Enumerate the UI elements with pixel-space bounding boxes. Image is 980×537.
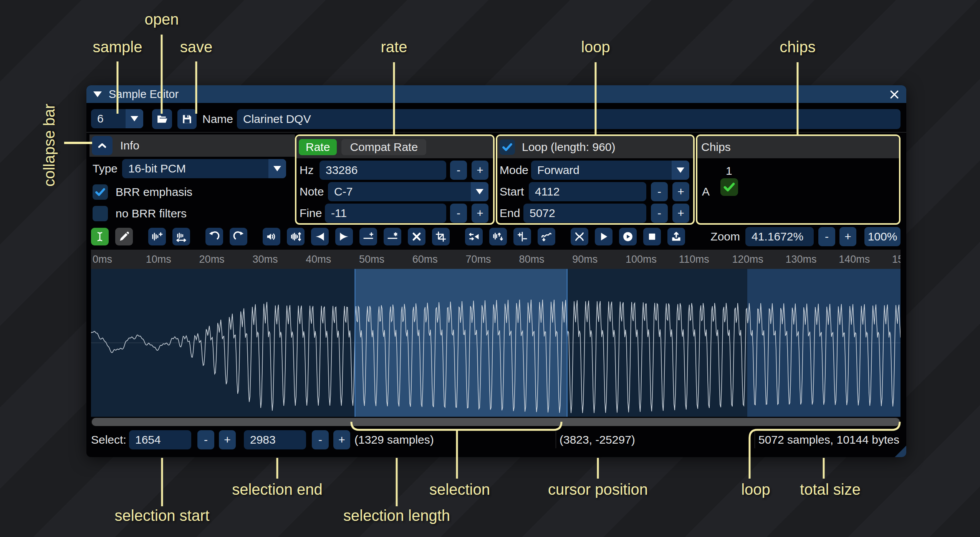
selection-end-minus-button[interactable]: - (312, 430, 329, 449)
amplify-button[interactable] (263, 228, 280, 245)
brr-emphasis-checkbox[interactable] (93, 184, 108, 200)
ruler-tick: 0ms (93, 250, 112, 269)
waveform-scrollbar-handle[interactable] (92, 418, 900, 426)
amplify-icon (266, 231, 277, 242)
selection-end-input[interactable]: 2983 (244, 430, 306, 449)
apply-silence-button[interactable] (384, 228, 401, 245)
chevron-down-icon[interactable] (672, 161, 689, 180)
zoom-out-button[interactable]: - (818, 227, 835, 246)
save-button[interactable] (177, 109, 197, 129)
open-button[interactable] (152, 109, 172, 129)
hz-minus-button[interactable]: - (450, 161, 467, 180)
hz-input[interactable]: 33286 (319, 161, 446, 180)
delete-button[interactable] (408, 228, 425, 245)
chevron-down-icon[interactable] (471, 182, 488, 201)
normalize-button[interactable] (287, 228, 305, 245)
waveform-view[interactable] (91, 269, 901, 417)
annotation-chips: chips (780, 38, 815, 56)
hz-label: Hz (300, 161, 314, 180)
titlebar[interactable]: Sample Editor (86, 85, 906, 103)
hz-plus-button[interactable]: + (472, 161, 488, 180)
redo-button[interactable] (230, 228, 247, 245)
loop-checkbox[interactable] (500, 139, 515, 155)
reverse-button[interactable] (465, 228, 483, 245)
apply-filter-button[interactable] (538, 228, 555, 245)
info-header: Info (89, 134, 295, 157)
total-size-text: 5072 samples, 10144 bytes (758, 430, 899, 449)
selection-end-plus-button[interactable]: + (333, 430, 350, 449)
close-button[interactable] (888, 88, 901, 101)
hz-value: 33286 (326, 164, 358, 177)
annotation-cursor-position: cursor position (548, 481, 648, 498)
zoom-input[interactable]: 41.1672% (745, 227, 814, 246)
resize-icon (151, 231, 163, 242)
type-value: 16-bit PCM (122, 162, 268, 175)
annotation-sample: sample (93, 38, 142, 56)
edit-select-button[interactable] (91, 228, 109, 245)
selection-end-value: 2983 (250, 433, 276, 446)
play-button[interactable] (595, 228, 612, 245)
reverse-icon (468, 231, 480, 242)
zoom-value: 41.1672% (752, 230, 803, 243)
compat-rate-tab[interactable]: Compat Rate (341, 139, 426, 155)
note-value: C-7 (328, 185, 471, 198)
loop-start-plus-button[interactable]: + (672, 182, 689, 201)
loop-end-input[interactable]: 5072 (523, 204, 646, 223)
import-button[interactable] (667, 228, 685, 245)
annotation-loop-bottom: loop (741, 481, 770, 498)
selection-start-input[interactable]: 1654 (129, 430, 191, 449)
ruler-tick: 90ms (572, 250, 598, 269)
preview-button[interactable] (619, 228, 637, 245)
time-ruler[interactable]: 0ms10ms20ms30ms40ms50ms60ms70ms80ms90ms1… (91, 250, 901, 269)
loop-end-minus-button[interactable]: - (651, 204, 668, 223)
loop-mode-select[interactable]: Forward (531, 161, 689, 180)
loop-start-minus-button[interactable]: - (651, 182, 668, 201)
fade-out-button[interactable] (335, 228, 353, 245)
chevron-down-icon[interactable] (268, 159, 286, 178)
ruler-tick: 20ms (199, 250, 225, 269)
type-label: Type (93, 159, 118, 178)
insert-silence-button[interactable] (359, 228, 377, 245)
annotated-screenshot: Sample Editor 6 Name Clari (0, 0, 980, 537)
waveform-scrollbar-track[interactable] (91, 418, 901, 426)
loop-end-plus-button[interactable]: + (672, 204, 689, 223)
annotation-selection-start: selection start (115, 507, 210, 524)
draw-button[interactable] (115, 228, 133, 245)
no-brr-filters-checkbox[interactable] (93, 206, 108, 221)
selection-start-plus-button[interactable]: + (219, 430, 236, 449)
edit-select-icon (94, 231, 106, 242)
apply-silence-icon (387, 231, 398, 242)
annotation-save: save (180, 38, 213, 56)
zoom-in-button[interactable]: + (839, 227, 856, 246)
note-select[interactable]: C-7 (328, 182, 488, 201)
window-collapse-icon[interactable] (93, 91, 102, 97)
fade-in-button[interactable] (311, 228, 329, 245)
trim-button[interactable] (432, 228, 450, 245)
invert-button[interactable] (489, 228, 507, 245)
fine-minus-button[interactable]: - (450, 204, 467, 223)
fine-plus-button[interactable]: + (472, 204, 488, 223)
crossfade-button[interactable] (571, 228, 588, 245)
stop-icon (646, 231, 658, 242)
chip-enable-checkbox[interactable] (720, 178, 738, 196)
loop-start-input[interactable]: 4112 (529, 182, 646, 201)
rate-tab[interactable]: Rate (299, 139, 337, 155)
signed-unsigned-button[interactable] (513, 228, 531, 245)
name-input[interactable]: Clarinet DQV (237, 109, 901, 129)
chevron-down-icon[interactable] (126, 109, 143, 128)
fade-out-icon (338, 231, 350, 242)
fine-input[interactable]: -11 (325, 204, 446, 223)
zoom-reset-button[interactable]: 100% (864, 227, 901, 246)
collapse-bar-button[interactable] (92, 136, 113, 155)
resize-grip[interactable] (895, 446, 906, 457)
undo-button[interactable] (205, 228, 223, 245)
resample-button[interactable] (172, 228, 190, 245)
ruler-tick: 140ms (839, 250, 870, 269)
chips-panel: Chips 1 A (696, 134, 901, 225)
sample-selector[interactable]: 6 (91, 109, 143, 128)
stop-button[interactable] (643, 228, 661, 245)
selection-start-value: 1654 (135, 433, 161, 446)
type-select[interactable]: 16-bit PCM (122, 159, 286, 178)
resize-button[interactable] (148, 228, 166, 245)
selection-start-minus-button[interactable]: - (197, 430, 214, 449)
